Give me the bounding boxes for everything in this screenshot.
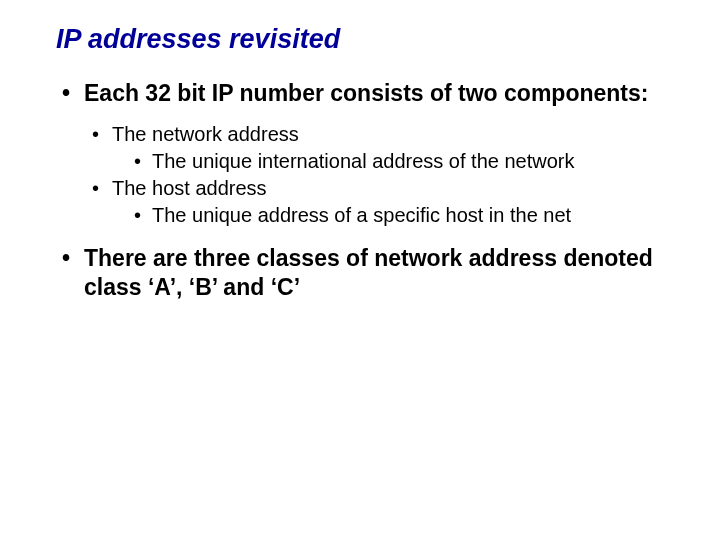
bullet-level3: The unique international address of the … [126, 149, 680, 174]
slide-title: IP addresses revisited [56, 24, 680, 55]
bullet-level2: The network address [84, 122, 680, 147]
slide: IP addresses revisited Each 32 bit IP nu… [0, 0, 720, 540]
bullet-level1: Each 32 bit IP number consists of two co… [56, 79, 680, 108]
bullet-level3: The unique address of a specific host in… [126, 203, 680, 228]
bullet-list: Each 32 bit IP number consists of two co… [56, 79, 680, 301]
bullet-level1: There are three classes of network addre… [56, 244, 680, 302]
bullet-level2: The host address [84, 176, 680, 201]
